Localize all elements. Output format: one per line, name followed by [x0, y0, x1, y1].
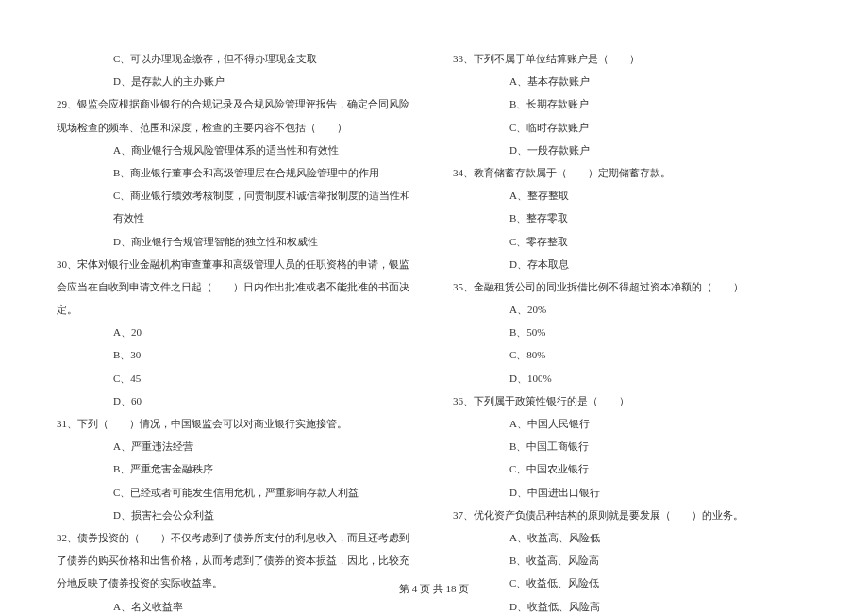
q34-option-d: D、存本取息 [453, 253, 811, 275]
page-columns: C、可以办理现金缴存，但不得办理现金支取 D、是存款人的主办账户 29、银监会应… [57, 47, 811, 575]
q36-option-a: A、中国人民银行 [453, 412, 811, 435]
q30-option-d: D、60 [57, 389, 415, 412]
q36-option-c: C、中国农业银行 [453, 457, 811, 480]
q33-option-c: C、临时存款账户 [453, 116, 811, 139]
q37-option-b: B、收益高、风险高 [453, 549, 811, 572]
q34-option-b: B、整存零取 [453, 207, 811, 229]
q31-option-b: B、严重危害金融秩序 [57, 457, 415, 480]
q33-option-b: B、长期存款账户 [453, 92, 811, 115]
q34-option-a: A、整存整取 [453, 184, 811, 207]
q33-text: 33、下列不属于单位结算账户是（ ） [453, 47, 811, 70]
q35-option-b: B、50% [453, 321, 811, 343]
q35-text: 35、金融租赁公司的同业拆借比例不得超过资本净额的（ ） [453, 275, 811, 298]
q33-option-a: A、基本存款账户 [453, 70, 811, 92]
q33-option-d: D、一般存款账户 [453, 139, 811, 161]
q28-option-d: D、是存款人的主办账户 [57, 70, 415, 92]
q31-text: 31、下列（ ）情况，中国银监会可以对商业银行实施接管。 [57, 412, 415, 435]
q31-option-d: D、损害社会公众利益 [57, 504, 415, 526]
q37-text: 37、优化资产负债品种结构的原则就是要发展（ ）的业务。 [453, 504, 811, 526]
q35-option-c: C、80% [453, 343, 811, 366]
q31-option-c: C、已经或者可能发生信用危机，严重影响存款人利益 [57, 481, 415, 504]
q30-option-a: A、20 [57, 321, 415, 343]
q30-option-c: C、45 [57, 367, 415, 389]
q37-option-a: A、收益高、风险低 [453, 526, 811, 549]
q34-text: 34、教育储蓄存款属于（ ）定期储蓄存款。 [453, 161, 811, 184]
q29-option-b: B、商业银行董事会和高级管理层在合规风险管理中的作用 [57, 161, 415, 184]
q29-option-a: A、商业银行合规风险管理体系的适当性和有效性 [57, 139, 415, 161]
q29-option-d: D、商业银行合规管理智能的独立性和权威性 [57, 230, 415, 253]
q36-option-b: B、中国工商银行 [453, 435, 811, 457]
q37-option-d: D、收益低、风险高 [453, 595, 811, 614]
q36-text: 36、下列属于政策性银行的是（ ） [453, 389, 811, 412]
q30-text: 30、宋体对银行业金融机构审查董事和高级管理人员的任职资格的申请，银监会应当在自… [57, 253, 415, 322]
right-column: 33、下列不属于单位结算账户是（ ） A、基本存款账户 B、长期存款账户 C、临… [453, 47, 811, 575]
q29-text: 29、银监会应根据商业银行的合规记录及合规风险管理评报告，确定合同风险现场检查的… [57, 92, 415, 138]
q30-option-b: B、30 [57, 343, 415, 366]
q35-option-d: D、100% [453, 367, 811, 389]
left-column: C、可以办理现金缴存，但不得办理现金支取 D、是存款人的主办账户 29、银监会应… [57, 47, 415, 575]
page-footer: 第 4 页 共 18 页 [0, 582, 868, 596]
q32-option-a: A、名义收益率 [57, 595, 415, 614]
q29-option-c: C、商业银行绩效考核制度，问责制度和诚信举报制度的适当性和有效性 [57, 184, 415, 229]
q31-option-a: A、严重违法经营 [57, 435, 415, 457]
q35-option-a: A、20% [453, 298, 811, 321]
q34-option-c: C、零存整取 [453, 230, 811, 253]
q36-option-d: D、中国进出口银行 [453, 481, 811, 504]
q28-option-c: C、可以办理现金缴存，但不得办理现金支取 [57, 47, 415, 70]
